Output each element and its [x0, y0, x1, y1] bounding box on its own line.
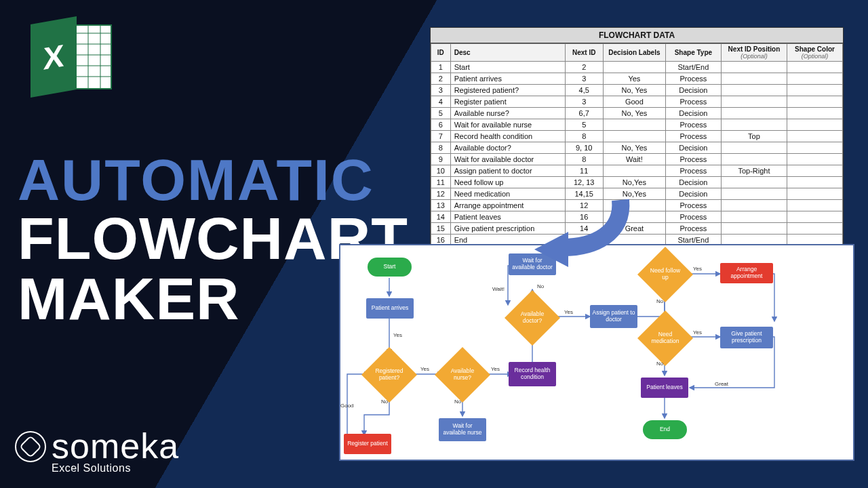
- node-registered-patient: Registered patient?: [370, 355, 409, 394]
- edge-label: Yes: [693, 329, 702, 336]
- node-need-medication: Need medication: [646, 319, 685, 358]
- edge-label: Yes: [564, 309, 573, 315]
- table-header-row: ID Desc Next ID Decision Labels Shape Ty…: [431, 44, 843, 62]
- edge-label: Yes: [420, 366, 429, 372]
- table-row: 11Need follow up12, 13No,YesDecision: [431, 177, 843, 188]
- table-row: 6Wait for available nurse5Process: [431, 119, 843, 131]
- table-row: 4Register patient3GoodProcess: [431, 96, 843, 108]
- promo-slide: X AUTOMATIC FLOWCHART MAKER someka Excel…: [0, 0, 868, 488]
- table-row: 2Patient arrives3YesProcess: [431, 73, 843, 85]
- brand-name: someka: [52, 426, 179, 466]
- edge-label: Great: [715, 381, 728, 387]
- headline-word-1: AUTOMATIC: [18, 152, 408, 208]
- edge-label: Yes: [693, 266, 702, 272]
- excel-icon: X: [31, 20, 112, 95]
- edge-label: Good: [340, 403, 354, 409]
- table-row: 5Available nurse?6,7No, YesDecision: [431, 108, 843, 119]
- edge-label: No: [454, 399, 461, 405]
- edge-label: Yes: [393, 332, 402, 338]
- node-patient-arrives: Patient arrives: [366, 298, 414, 319]
- edge-label: No: [537, 283, 544, 289]
- node-assign-doctor: Assign patient to doctor: [590, 305, 637, 328]
- node-wait-nurse: Wait for available nurse: [439, 418, 486, 441]
- table-row: 9Wait for available doctor8Wait!Process: [431, 154, 843, 165]
- node-available-doctor: Available doctor?: [513, 298, 552, 338]
- node-available-nurse: Available nurse?: [443, 355, 482, 394]
- edge-label: Wait!: [492, 286, 505, 292]
- node-patient-leaves: Patient leaves: [641, 378, 688, 398]
- node-register-patient: Register patient: [344, 434, 391, 454]
- edge-label: No: [656, 361, 663, 367]
- node-arrange-appointment: Arrange appointment: [720, 263, 773, 283]
- table-row: 1Start2Start/End: [431, 62, 843, 73]
- node-need-followup: Need follow up: [646, 255, 685, 294]
- table-row: 8Available doctor?9, 10No, YesDecision: [431, 142, 843, 154]
- table-row: 3Registered patient?4,5No, YesDecision: [431, 85, 843, 96]
- node-start: Start: [368, 258, 412, 277]
- svg-marker-0: [534, 232, 568, 267]
- transform-arrow-icon: [529, 197, 637, 278]
- table-row: 10Assign patient to doctor11ProcessTop-R…: [431, 165, 843, 177]
- edge-label: No: [656, 298, 663, 304]
- node-give-prescription: Give patient prescription: [720, 327, 773, 348]
- table-row: 7Record health condition8ProcessTop: [431, 131, 843, 142]
- node-end: End: [643, 420, 687, 439]
- table-title: FLOWCHART DATA: [431, 28, 843, 43]
- edge-label: No: [381, 399, 388, 405]
- brand-logo: someka Excel Solutions: [15, 426, 179, 474]
- node-record-health: Record health condition: [509, 362, 556, 386]
- edge-label: Yes: [491, 366, 500, 372]
- brand-mark-icon: [15, 431, 46, 462]
